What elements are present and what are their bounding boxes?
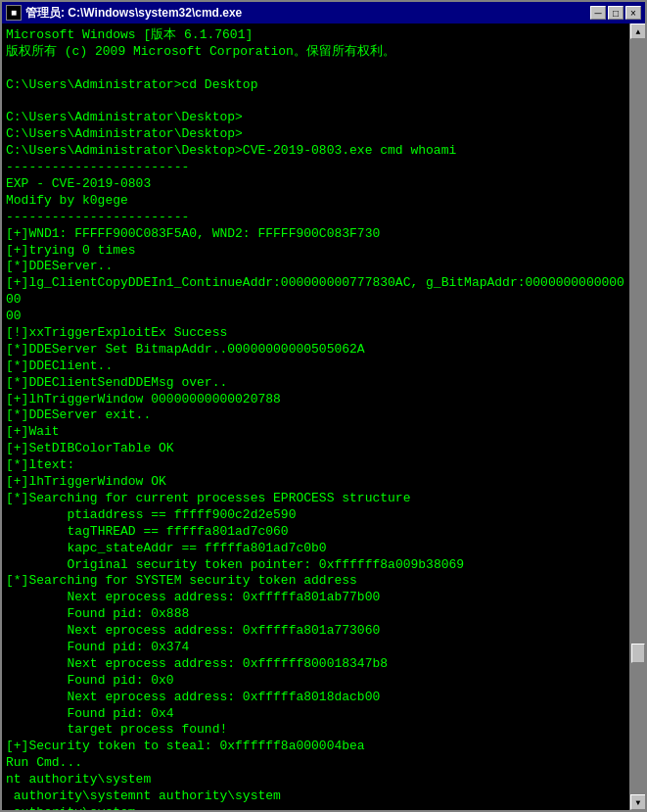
cmd-window: ■ 管理员: C:\Windows\system32\cmd.exe ─ □ ×… — [0, 0, 647, 812]
scrollbar[interactable]: ▲ ▼ — [629, 24, 645, 810]
scroll-track[interactable] — [630, 39, 645, 794]
maximize-button[interactable]: □ — [608, 6, 624, 20]
scroll-up-button[interactable]: ▲ — [630, 24, 645, 39]
scroll-thumb[interactable] — [631, 644, 645, 663]
window-title: 管理员: C:\Windows\system32\cmd.exe — [25, 5, 242, 22]
title-bar-left: ■ 管理员: C:\Windows\system32\cmd.exe — [6, 5, 242, 22]
terminal-output: Microsoft Windows [版本 6.1.7601] 版权所有 (c)… — [2, 24, 629, 810]
scroll-down-button[interactable]: ▼ — [630, 794, 645, 810]
title-buttons: ─ □ × — [590, 6, 641, 20]
window-body: Microsoft Windows [版本 6.1.7601] 版权所有 (c)… — [2, 24, 645, 810]
close-button[interactable]: × — [625, 6, 641, 20]
cmd-icon: ■ — [6, 5, 22, 21]
title-bar: ■ 管理员: C:\Windows\system32\cmd.exe ─ □ × — [2, 2, 645, 24]
minimize-button[interactable]: ─ — [590, 6, 606, 20]
